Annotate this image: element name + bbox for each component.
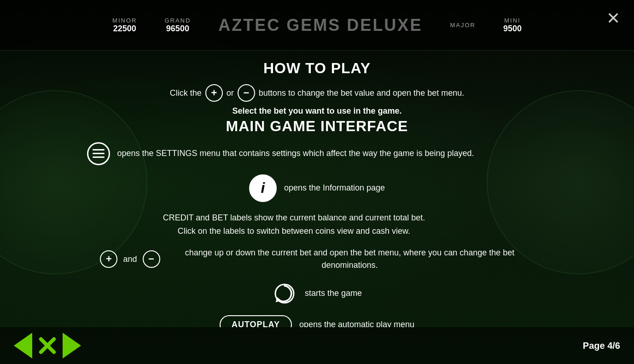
or-label: or (227, 87, 234, 100)
main-game-section: MAIN GAME INTERFACE opens the SETTINGS m… (87, 118, 547, 327)
close-button[interactable]: ✕ (602, 7, 625, 30)
jackpot-minor: MINOR 22500 (112, 17, 137, 34)
jackpot-mini-label: MINI (503, 17, 522, 24)
arrow-left-icon (14, 333, 32, 358)
close-icon: ✕ (606, 10, 620, 27)
hamburger-line-3 (93, 156, 105, 158)
settings-row: opens the SETTINGS menu that contains se… (87, 142, 547, 165)
next-button[interactable] (63, 333, 81, 358)
autoplay-row: AUTOPLAY opens the automatic play menu (87, 315, 547, 327)
autoplay-button[interactable]: AUTOPLAY (220, 315, 292, 327)
settings-text: opens the SETTINGS menu that contains se… (117, 147, 474, 160)
content-area: HOW TO PLAY Click the + or − buttons to … (0, 51, 634, 327)
credit-bet-line2: Click on the labels to switch between co… (87, 225, 501, 238)
info-text: opens the Information page (284, 182, 385, 194)
howto-after-label: buttons to change the bet value and open… (259, 87, 464, 100)
spin-icon (272, 281, 297, 306)
jackpot-major: MAJOR (450, 22, 476, 29)
credit-bet-text: CREDIT and BET labels show the current b… (87, 211, 501, 238)
main-game-title: MAIN GAME INTERFACE (87, 118, 547, 135)
plus-minus-text: change up or down the current bet and op… (166, 247, 534, 272)
autoplay-text: opens the automatic play menu (299, 318, 414, 327)
jackpot-grand: GRAND 96500 (164, 17, 191, 34)
spin-row: starts the game (87, 281, 547, 306)
hamburger-icon (87, 142, 110, 165)
how-to-play-text: Click the + or − buttons to change the b… (170, 84, 464, 118)
info-icon-i: i (261, 179, 265, 196)
jackpot-grand-label: GRAND (164, 17, 191, 24)
click-the-label: Click the (170, 87, 202, 100)
nav-arrows (14, 333, 81, 358)
arrow-right-icon (63, 333, 81, 358)
jackpot-major-label: MAJOR (450, 22, 476, 29)
jackpot-grand-value: 96500 (164, 24, 191, 34)
minus-button-howto[interactable]: − (238, 84, 255, 102)
hamburger-line-2 (93, 153, 105, 154)
jackpot-minor-value: 22500 (112, 24, 137, 34)
page-indicator: Page 4/6 (583, 341, 620, 351)
how-to-play-title: HOW TO PLAY (263, 60, 371, 77)
top-bar: MINOR 22500 GRAND 96500 AZTEC GEMS DELUX… (0, 0, 634, 51)
and-label: and (123, 254, 137, 264)
hamburger-line-1 (93, 149, 105, 150)
credit-bet-line1: CREDIT and BET labels show the current b… (87, 211, 501, 225)
x-icon (36, 334, 59, 357)
spin-text: starts the game (305, 287, 362, 300)
game-title: AZTEC GEMS DELUXE (218, 16, 422, 35)
minus-button-main[interactable]: − (143, 250, 160, 268)
plus-button-main[interactable]: + (100, 250, 117, 268)
close-nav-button[interactable] (36, 334, 59, 357)
howto-line2: Select the bet you want to use in the ga… (170, 104, 464, 118)
bottom-nav: Page 4/6 (0, 327, 634, 364)
plus-button-howto[interactable]: + (205, 84, 223, 102)
info-row: i opens the Information page (87, 174, 547, 202)
plus-minus-row: + and − change up or down the current be… (87, 247, 547, 272)
jackpot-minor-label: MINOR (112, 17, 137, 24)
prev-button[interactable] (14, 333, 32, 358)
info-icon: i (249, 174, 277, 202)
jackpot-mini: MINI 9500 (503, 17, 522, 34)
jackpot-mini-value: 9500 (503, 24, 522, 34)
